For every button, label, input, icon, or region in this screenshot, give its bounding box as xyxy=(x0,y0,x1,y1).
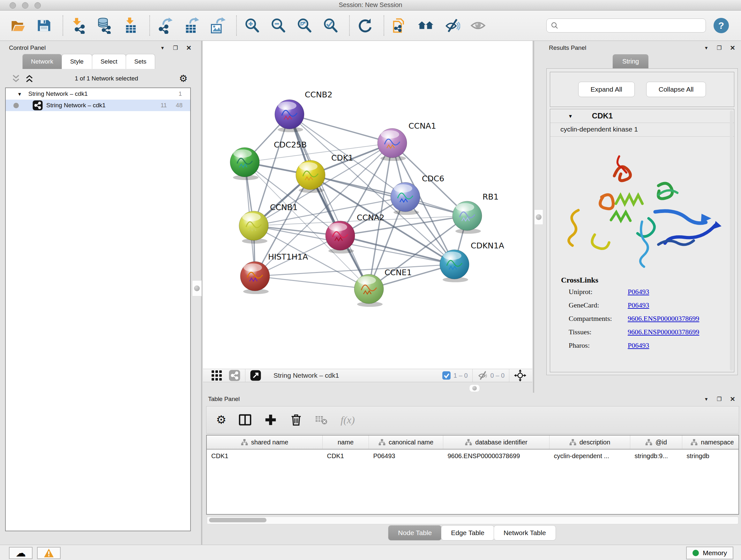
protein-collapse-icon[interactable]: ▼ xyxy=(568,113,573,119)
expand-all-icon[interactable] xyxy=(25,74,34,83)
tab-edge-table[interactable]: Edge Table xyxy=(441,525,494,541)
edge-CCNE1-HIST1H1A[interactable] xyxy=(255,276,369,289)
open-session-button[interactable] xyxy=(9,17,27,35)
column-header-database-identifier[interactable]: database identifier xyxy=(443,435,549,449)
control-panel-close-icon[interactable]: ✕ xyxy=(186,44,192,52)
refresh-layout-button[interactable] xyxy=(356,17,374,35)
import-database-button[interactable] xyxy=(96,17,114,35)
function-builder-button[interactable]: f(x) xyxy=(340,414,354,426)
add-column-button[interactable] xyxy=(264,413,277,427)
tab-sets[interactable]: Sets xyxy=(126,54,155,69)
node-cdkn1a[interactable]: CDKN1A xyxy=(440,241,504,282)
tab-network-table[interactable]: Network Table xyxy=(494,525,556,541)
crosslinks-heading: CrossLinks xyxy=(561,276,734,285)
import-table-button[interactable] xyxy=(122,17,140,35)
table-options-gear-icon[interactable]: ⚙ xyxy=(216,414,226,426)
crosslink-link[interactable]: 9606.ENSP00000378699 xyxy=(628,328,699,336)
network-canvas[interactable]: CCNB2CCNA1CDC25BCDK1CDC6RB1CCNB1CCNA2CDK… xyxy=(203,41,532,369)
table-panel-close-icon[interactable]: ✕ xyxy=(730,395,735,403)
export-table-button[interactable] xyxy=(183,17,200,35)
delete-column-button[interactable] xyxy=(289,413,303,427)
birds-eye-icon[interactable] xyxy=(514,369,527,382)
zoom-fit-button[interactable] xyxy=(295,17,313,35)
edge-CCNA1-CDC25B[interactable] xyxy=(245,143,392,162)
network-options-gear-icon[interactable]: ⚙ xyxy=(179,74,188,83)
results-panel-float-icon[interactable]: ❐ xyxy=(717,45,722,51)
crosslink-link[interactable]: P06493 xyxy=(628,288,649,296)
network-collection-row[interactable]: ▼ String Network – cdk1 1 xyxy=(6,88,190,100)
node-ccnb2[interactable]: CCNB2 xyxy=(275,90,333,132)
tab-string[interactable]: String xyxy=(613,54,649,68)
horizontal-splitter-handle[interactable] xyxy=(469,384,480,392)
node-cdc6[interactable]: CDC6 xyxy=(391,174,444,215)
export-image-button[interactable] xyxy=(209,17,226,35)
hide-selected-button[interactable] xyxy=(443,17,461,35)
tab-network[interactable]: Network xyxy=(22,54,62,69)
save-session-button[interactable] xyxy=(35,17,53,35)
scrollbar-thumb[interactable] xyxy=(209,518,266,522)
grid-view-icon[interactable] xyxy=(211,369,223,381)
table-cell-4[interactable]: cyclin-dependent ... xyxy=(549,449,630,462)
clone-network-button[interactable] xyxy=(391,17,408,35)
crosslink-link[interactable]: P06493 xyxy=(628,341,649,350)
memory-button[interactable]: Memory xyxy=(686,547,733,559)
column-header-name[interactable]: name xyxy=(323,435,369,449)
node-hist1h1a[interactable]: HIST1H1A xyxy=(240,252,308,294)
string-home-button[interactable] xyxy=(417,17,434,35)
show-columns-button[interactable] xyxy=(239,413,252,427)
results-panel-close-icon[interactable]: ✕ xyxy=(730,44,735,52)
table-panel-float-icon[interactable]: ❐ xyxy=(717,396,722,402)
collapse-all-button[interactable]: Collapse All xyxy=(646,82,706,97)
table-cell-5[interactable]: stringdb:9... xyxy=(630,449,682,462)
node-rb1[interactable]: RB1 xyxy=(453,192,498,234)
crosslink-link[interactable]: 9606.ENSP00000378699 xyxy=(628,314,699,323)
network-view-toggle-icon[interactable] xyxy=(228,369,241,381)
results-panel-collapse-icon[interactable]: ▼ xyxy=(704,45,709,51)
tab-node-table[interactable]: Node Table xyxy=(388,525,442,541)
column-header-description[interactable]: description xyxy=(549,435,630,449)
expand-all-button[interactable]: Expand All xyxy=(578,82,635,97)
table-cell-2[interactable]: P06493 xyxy=(369,449,443,462)
table-panel-collapse-icon[interactable]: ▼ xyxy=(704,396,709,401)
crosslink-link[interactable]: P06493 xyxy=(628,301,649,309)
column-header-shared-name[interactable]: shared name xyxy=(207,435,323,449)
node-ccna1[interactable]: CCNA1 xyxy=(378,121,436,161)
zoom-out-button[interactable] xyxy=(269,17,287,35)
protein-header-row[interactable]: ▼ CDK1 xyxy=(550,109,734,123)
zoom-selected-button[interactable] xyxy=(322,17,340,35)
node-ccne1[interactable]: CCNE1 xyxy=(354,268,412,307)
import-network-button[interactable] xyxy=(70,17,87,35)
table-row[interactable]: CDK1CDK1P064939606.ENSP00000378699cyclin… xyxy=(207,449,739,462)
selected-checkbox-icon[interactable] xyxy=(442,371,451,380)
warnings-button[interactable] xyxy=(37,547,61,559)
network-row[interactable]: String Network – cdk1 11 48 xyxy=(6,100,190,111)
table-horizontal-scrollbar[interactable] xyxy=(207,516,738,524)
hidden-eye-slash-icon xyxy=(477,370,488,381)
table-cell-0[interactable]: CDK1 xyxy=(207,449,323,462)
cloud-button[interactable]: ☁ xyxy=(9,547,32,559)
tab-style[interactable]: Style xyxy=(62,54,92,69)
delete-table-button[interactable] xyxy=(315,413,328,427)
column-header-namespace[interactable]: namespace xyxy=(682,435,739,449)
tree-expand-icon[interactable]: ▼ xyxy=(17,91,22,97)
results-scrollbar[interactable] xyxy=(730,111,733,371)
help-button[interactable]: ? xyxy=(714,18,729,33)
zoom-in-button[interactable] xyxy=(243,17,261,35)
left-divider-handle[interactable] xyxy=(192,280,202,296)
table-cell-6[interactable]: stringdb xyxy=(682,449,739,462)
search-field[interactable] xyxy=(546,18,706,33)
table-cell-1[interactable]: CDK1 xyxy=(323,449,369,462)
right-divider-handle[interactable] xyxy=(534,209,543,225)
detach-view-icon[interactable] xyxy=(250,370,261,381)
column-header-canonical-name[interactable]: canonical name xyxy=(369,435,443,449)
node-cdc25b[interactable]: CDC25B xyxy=(230,140,307,180)
table-cell-3[interactable]: 9606.ENSP00000378699 xyxy=(443,449,549,462)
show-all-button[interactable] xyxy=(469,17,487,35)
control-panel-float-icon[interactable]: ❐ xyxy=(173,45,178,51)
control-panel-collapse-icon[interactable]: ▼ xyxy=(160,45,165,51)
collapse-all-icon[interactable] xyxy=(11,74,20,83)
tab-select[interactable]: Select xyxy=(92,54,126,69)
search-input[interactable] xyxy=(559,22,702,30)
column-header--id[interactable]: @id xyxy=(630,435,682,449)
export-network-button[interactable] xyxy=(156,17,174,35)
